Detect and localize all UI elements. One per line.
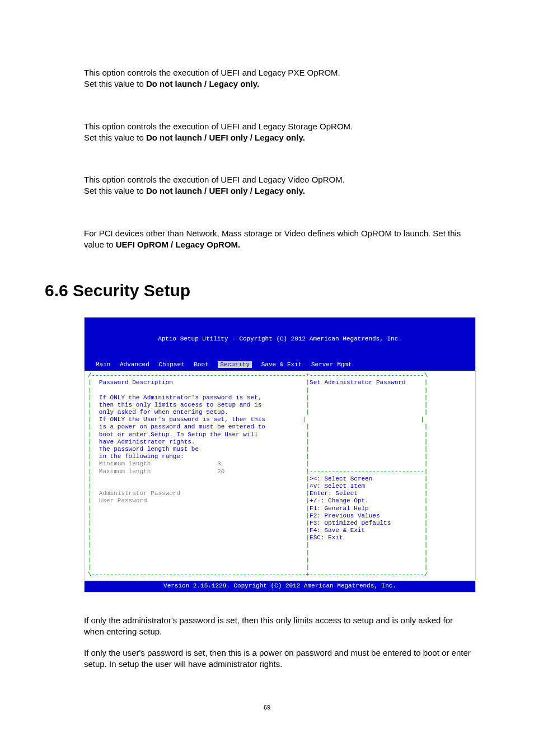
max-val: 20 [217,468,224,475]
bios-body: /---------------------------------------… [85,371,475,581]
after-para-2: If only the user's password is set, then… [42,647,492,670]
key-prev: F2: Previous Values [310,512,380,519]
pxe-bold: Do not launch / Legacy only. [146,79,259,88]
key-save: F4: Save & Exit [310,527,365,534]
pxe-text: This option controls the execution of UE… [84,68,340,77]
key-exit: ESC: Exit [310,534,343,541]
video-prefix: Set this value to [84,186,146,195]
password-description: Password Description [99,379,173,386]
para-storage: This option controls the execution of UE… [42,121,492,144]
after-para-1: If only the administrator's password is … [42,615,492,638]
min-val: 3 [217,460,221,467]
heading-security-setup: 6.6 Security Setup [42,281,492,300]
storage-prefix: Set this value to [84,133,146,142]
tab-main[interactable]: Main [96,361,110,368]
key-enter: Enter: Select [310,490,358,497]
key-screen: ><: Select Screen [310,475,372,482]
tab-save-exit[interactable]: Save & Exit [261,361,302,368]
para-pxe: This option controls the execution of UE… [42,67,492,90]
bios-title: Aptio Setup Utility - Copyright (C) 2012… [85,334,475,344]
storage-bold: Do not launch / UEFI only / Legacy only. [146,133,305,142]
key-item: ^v: Select Item [310,483,365,489]
desc-l8: The password length must be [99,446,199,452]
help-text: Set Administrator Password [310,379,406,386]
storage-text: This option controls the execution of UE… [84,122,353,131]
tab-boot[interactable]: Boot [194,361,208,368]
key-change: +/-: Change Opt. [310,497,369,504]
desc-l2: then this only limits access to Setup an… [99,402,261,408]
admin-password[interactable]: Administrator Password [99,490,180,497]
para-video: This option controls the execution of UE… [42,174,492,197]
page-number: 69 [42,704,492,711]
key-help: F1: General Help [310,505,369,512]
other-bold: UEFI OpROM / Legacy OpROM. [116,240,241,249]
video-text: This option controls the execution of UE… [84,175,345,184]
desc-l1: If ONLY the Administrator's password is … [99,394,261,401]
pxe-prefix: Set this value to [84,79,146,88]
desc-l7: have Administrator rights. [99,438,195,445]
bios-footer: Version 2.15.1229. Copyright (C) 2012 Am… [85,581,475,591]
para-other: For PCI devices other than Network, Mass… [42,228,492,251]
tab-server-mgmt[interactable]: Server Mgmt [311,361,352,368]
key-defaults: F3: Optimized Defaults [310,520,391,526]
tab-chipset[interactable]: Chipset [158,361,184,368]
bios-tabs: Main Advanced Chipset Boot Security Save… [85,360,475,371]
tab-advanced[interactable]: Advanced [120,361,149,368]
max-label: Maximum length [99,468,151,475]
bios-screenshot: Aptio Setup Utility - Copyright (C) 2012… [84,317,476,592]
desc-l6: boot or enter Setup. In Setup the User w… [99,431,258,438]
user-password[interactable]: User Password [99,497,147,504]
desc-l4: If ONLY the User's password is set, then… [99,416,265,423]
min-label: Minimum length [99,460,151,467]
video-bold: Do not launch / UEFI only / Legacy only. [146,186,305,195]
desc-l9: in the following range: [99,453,184,460]
tab-security[interactable]: Security [218,361,252,368]
desc-l3: only asked for when entering Setup. [99,409,228,416]
desc-l5: is a power on password and must be enter… [99,423,265,430]
